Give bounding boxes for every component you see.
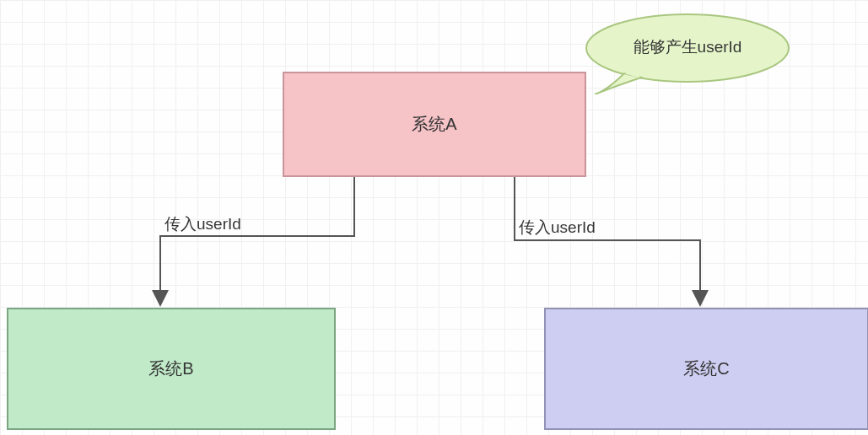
callout-text: 能够产生userId	[633, 36, 742, 58]
node-system-c: 系统C	[544, 308, 868, 430]
node-b-label: 系统B	[148, 357, 193, 380]
edge-a-to-b	[160, 177, 354, 303]
node-c-label: 系统C	[683, 357, 729, 380]
node-a-label: 系统A	[412, 113, 456, 136]
callout-bubble: 能够产生userId	[574, 10, 801, 94]
edge-label-a-to-b: 传入userId	[164, 213, 241, 235]
node-system-a: 系统A	[283, 72, 586, 177]
edge-label-a-to-c: 传入userId	[519, 217, 596, 239]
node-system-b: 系统B	[7, 308, 336, 430]
edge-a-to-c	[515, 177, 700, 303]
